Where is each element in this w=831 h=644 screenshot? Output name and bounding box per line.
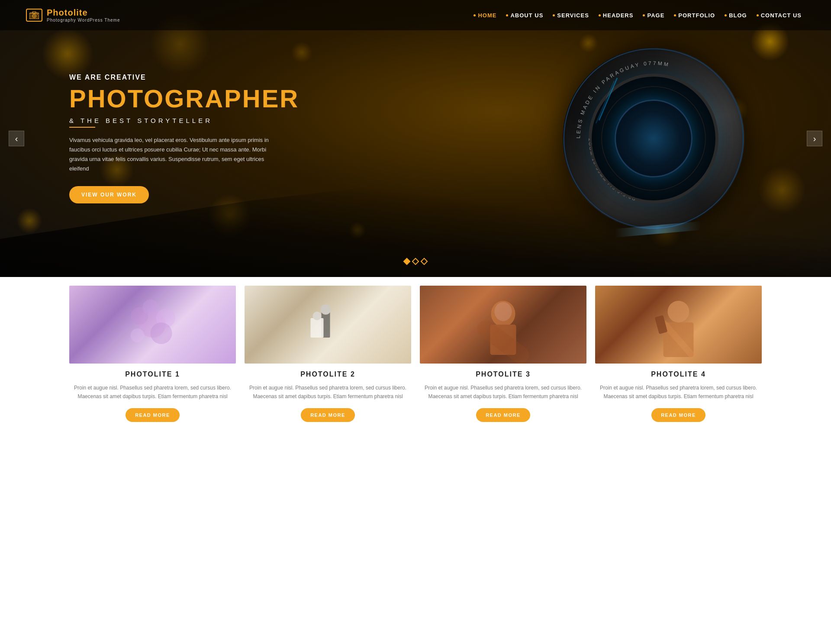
card-desc-3: Proin et augue nisl. Phasellus sed phare… <box>420 383 586 401</box>
read-more-button-1[interactable]: READ MORE <box>126 408 180 422</box>
nav-dot <box>757 14 759 16</box>
nav-dot <box>473 14 476 16</box>
hero-section: LENS MADE IN PARAGUAY 077MM ZOOM 18-55MM… <box>0 0 831 277</box>
nav-page[interactable]: PAGE <box>639 12 668 19</box>
slider-dot-1[interactable] <box>403 258 411 265</box>
hero-title: PHOTOGRAPHER <box>69 85 299 113</box>
card-desc-4: Proin et augue nisl. Phasellus sed phare… <box>595 383 762 401</box>
portfolio-card-2: PHOTOLITE 2 Proin et augue nisl. Phasell… <box>245 286 411 422</box>
nav-dot <box>674 14 676 16</box>
nav-dot <box>506 14 508 16</box>
navbar: Photolite Photography WordPress Theme HO… <box>0 0 831 30</box>
slider-prev-button[interactable]: ‹ <box>9 131 24 146</box>
portfolio-image-1 <box>69 286 236 364</box>
brand-tagline: Photography WordPress Theme <box>47 18 120 23</box>
svg-point-27 <box>668 301 689 322</box>
nav-about[interactable]: ABOUT US <box>502 12 547 19</box>
svg-line-12 <box>596 81 614 123</box>
portfolio-card-3: PHOTOLITE 3 Proin et augue nisl. Phasell… <box>420 286 586 422</box>
portfolio-card-1: PHOTOLITE 1 Proin et augue nisl. Phasell… <box>69 286 236 422</box>
slider-dots <box>404 259 427 264</box>
svg-point-17 <box>151 322 172 344</box>
nav-contact[interactable]: CONTACT US <box>753 12 805 19</box>
card-title-3: PHOTOLITE 3 <box>420 370 586 378</box>
portfolio-grid: PHOTOLITE 1 Proin et augue nisl. Phasell… <box>69 277 762 422</box>
portfolio-image-3 <box>420 286 586 364</box>
svg-point-16 <box>143 299 158 315</box>
svg-rect-21 <box>311 318 324 338</box>
hero-subtitle: WE ARE CREATIVE <box>69 74 299 81</box>
hero-description: Vivamus vehicula gravida leo, vel placer… <box>69 135 281 174</box>
nav-home[interactable]: HOME <box>470 12 500 19</box>
nav-blog[interactable]: BLOG <box>721 12 750 19</box>
nav-portfolio[interactable]: PORTFOLIO <box>670 12 718 19</box>
read-more-button-2[interactable]: READ MORE <box>301 408 355 422</box>
nav-services[interactable]: SERVICES <box>549 12 593 19</box>
brand-name: Photolite <box>47 8 120 18</box>
card-desc-2: Proin et augue nisl. Phasellus sed phare… <box>245 383 411 401</box>
nav-dot <box>725 14 727 16</box>
nav-headers[interactable]: HEADERS <box>595 12 637 19</box>
svg-point-20 <box>321 304 331 315</box>
svg-point-18 <box>131 328 145 342</box>
nav-dot <box>553 14 555 16</box>
lens-inner <box>589 74 718 203</box>
nav-links: HOME ABOUT US SERVICES HEADERS PAGE PORT… <box>470 12 805 19</box>
svg-point-5 <box>37 14 38 15</box>
card-desc-1: Proin et augue nisl. Phasellus sed phare… <box>69 383 236 401</box>
logo[interactable]: Photolite Photography WordPress Theme <box>26 8 121 23</box>
read-more-button-3[interactable]: READ MORE <box>476 408 530 422</box>
portfolio-card-4: PHOTOLITE 4 Proin et augue nisl. Phasell… <box>595 286 762 422</box>
svg-point-3 <box>34 16 35 17</box>
slider-dot-3[interactable] <box>421 258 428 265</box>
logo-text: Photolite Photography WordPress Theme <box>47 8 120 23</box>
hero-content: WE ARE CREATIVE PHOTOGRAPHER & THE BEST … <box>0 74 299 203</box>
nav-dot <box>643 14 645 16</box>
read-more-button-4[interactable]: READ MORE <box>651 408 705 422</box>
svg-point-25 <box>495 302 512 321</box>
logo-icon <box>26 9 42 22</box>
card-title-2: PHOTOLITE 2 <box>245 370 411 378</box>
slider-next-button[interactable]: › <box>807 131 822 146</box>
slider-dot-2[interactable] <box>412 258 419 265</box>
card-title-4: PHOTOLITE 4 <box>595 370 762 378</box>
hero-tagline: & THE BEST STORYTELLER <box>69 117 299 124</box>
cta-button[interactable]: VIEW OUR WORK <box>69 186 149 203</box>
card-title-1: PHOTOLITE 1 <box>69 370 236 378</box>
hero-divider <box>69 127 95 128</box>
portfolio-section: PHOTOLITE 1 Proin et augue nisl. Phasell… <box>0 277 831 448</box>
nav-dot <box>599 14 601 16</box>
svg-point-22 <box>313 312 322 320</box>
portfolio-image-2 <box>245 286 411 364</box>
portfolio-image-4 <box>595 286 762 364</box>
svg-line-11 <box>599 78 617 120</box>
